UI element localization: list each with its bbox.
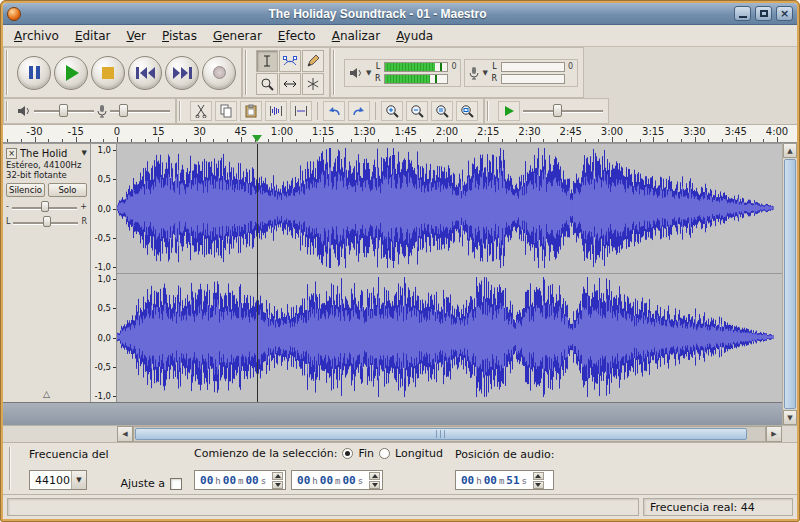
menu-efecto[interactable]: Efecto <box>270 25 324 46</box>
stereo-waveform[interactable] <box>117 144 782 402</box>
audio-position-label: Posición de audio: <box>455 447 555 462</box>
vertical-ruler-tick <box>113 209 116 210</box>
silence-button[interactable] <box>290 101 312 121</box>
ruler-label: 0 <box>114 126 120 137</box>
menu-ayuda[interactable]: Ayuda <box>388 25 441 46</box>
horizontal-scrollbar[interactable] <box>133 426 766 442</box>
skip-to-start-button[interactable] <box>128 56 162 90</box>
toolbar-grip[interactable] <box>9 447 14 490</box>
meter-dropdown-icon[interactable]: ▼ <box>482 69 487 77</box>
play-speed-slider[interactable] <box>523 103 603 119</box>
recording-meter[interactable]: ▼ L R 0 <box>464 59 577 87</box>
spinner-icon[interactable] <box>533 472 544 489</box>
track-collapse-icon[interactable]: △ <box>6 389 87 400</box>
vertical-scrollbar[interactable]: ▲ ▼ <box>782 143 797 425</box>
spinner-icon[interactable] <box>272 472 283 489</box>
ruler-minor-tick <box>62 139 63 142</box>
track-close-button[interactable]: × <box>6 148 17 159</box>
trim-icon <box>269 104 283 118</box>
input-volume-slider[interactable] <box>110 103 170 119</box>
scroll-down-icon[interactable]: ▼ <box>783 410 797 425</box>
timeline-ruler[interactable]: -30-1501530451:001:151:301:452:002:152:3… <box>3 125 797 143</box>
timeshift-tool-button[interactable] <box>279 73 301 95</box>
toolbar-dock: ▼ L R 0 ▼ L R 0 <box>3 47 797 125</box>
vertical-ruler-tick <box>113 279 116 280</box>
undo-button[interactable] <box>323 101 345 121</box>
menu-ver[interactable]: Ver <box>118 25 154 46</box>
vertical-scroll-thumb[interactable] <box>784 159 796 409</box>
pencil-icon <box>306 54 320 68</box>
vertical-ruler-tick <box>113 396 116 397</box>
scroll-left-icon[interactable]: ◀ <box>117 426 133 442</box>
track-menu-dropdown-icon[interactable]: ▼ <box>82 149 87 157</box>
fit-selection-button[interactable] <box>431 101 453 121</box>
pause-button[interactable] <box>17 56 51 90</box>
scroll-up-icon[interactable]: ▲ <box>783 143 797 158</box>
selection-start-field[interactable]: 00h00m00s <box>194 470 286 490</box>
menu-analizar[interactable]: Analizar <box>324 25 388 46</box>
playhead-triangle-icon[interactable] <box>252 135 262 142</box>
menu-archivo[interactable]: Archivo <box>6 25 67 46</box>
output-volume-slider[interactable] <box>34 103 94 119</box>
gain-slider[interactable] <box>12 200 77 214</box>
waveform-view[interactable] <box>117 144 782 402</box>
zoom-out-button[interactable] <box>406 101 428 121</box>
ruler-minor-tick <box>475 139 476 142</box>
trim-button[interactable] <box>265 101 287 121</box>
empty-track-space[interactable] <box>3 403 782 425</box>
horizontal-scroll-thumb[interactable] <box>135 428 747 440</box>
zoom-in-button[interactable] <box>381 101 403 121</box>
toolbar-grip[interactable] <box>6 101 11 121</box>
project-rate-combo[interactable]: 44100 ▼ <box>29 470 87 490</box>
radio-length[interactable] <box>379 448 390 459</box>
skip-to-end-button[interactable] <box>165 56 199 90</box>
multi-tool-button[interactable] <box>302 73 324 95</box>
menu-pistas[interactable]: Pistas <box>154 25 205 46</box>
menu-generar[interactable]: Generar <box>205 25 270 46</box>
slider-thumb[interactable] <box>41 201 49 212</box>
toolbar-grip[interactable] <box>6 50 11 95</box>
slider-thumb[interactable] <box>59 104 68 117</box>
slider-thumb[interactable] <box>553 104 562 117</box>
toolbar-grip[interactable] <box>245 50 250 95</box>
audio-position-field[interactable]: 00h00m51s <box>455 470 555 490</box>
ruler-minor-tick <box>598 139 599 142</box>
slider-thumb[interactable] <box>119 104 128 117</box>
toolbar-grip[interactable] <box>487 101 492 121</box>
meter-dropdown-icon[interactable]: ▼ <box>366 69 371 77</box>
close-button[interactable]: × <box>776 6 793 21</box>
maximize-button[interactable] <box>755 6 772 21</box>
envelope-tool-button[interactable] <box>279 50 301 72</box>
vertical-ruler[interactable]: 1,00,50,0-0,5-1,01,00,50,0-0,5-1,0 <box>91 144 117 402</box>
title-bar[interactable]: The Holiday Soundtrack - 01 - Maestro × <box>3 3 797 25</box>
pan-slider[interactable] <box>13 215 78 229</box>
playback-meter[interactable]: ▼ L R 0 <box>344 59 461 87</box>
selection-end-field[interactable]: 00h00m00s <box>291 470 383 490</box>
ruler-label: 30 <box>193 126 206 137</box>
copy-button[interactable] <box>215 101 237 121</box>
solo-button[interactable]: Solo <box>48 183 87 197</box>
play-button[interactable] <box>54 56 88 90</box>
record-button[interactable] <box>202 56 236 90</box>
spinner-icon[interactable] <box>369 472 380 489</box>
toolbar-grip[interactable] <box>333 50 338 95</box>
play-at-speed-button[interactable] <box>498 101 520 121</box>
toolbar-grip[interactable] <box>179 101 184 121</box>
menu-editar[interactable]: Editar <box>67 25 119 46</box>
record-icon <box>213 66 226 79</box>
paste-button[interactable] <box>240 101 262 121</box>
redo-button[interactable] <box>348 101 370 121</box>
stop-button[interactable] <box>91 56 125 90</box>
zoom-tool-button[interactable] <box>256 73 278 95</box>
radio-end[interactable] <box>342 448 353 459</box>
fit-project-button[interactable] <box>456 101 478 121</box>
slider-thumb[interactable] <box>43 216 51 227</box>
scroll-right-icon[interactable]: ▶ <box>766 426 782 442</box>
snap-checkbox[interactable] <box>170 478 182 490</box>
combo-arrow-icon[interactable]: ▼ <box>71 471 86 489</box>
selection-tool-button[interactable] <box>256 50 278 72</box>
draw-tool-button[interactable] <box>302 50 324 72</box>
cut-button[interactable] <box>190 101 212 121</box>
mute-button[interactable]: Silencio <box>6 183 45 197</box>
minimize-button[interactable] <box>734 6 751 21</box>
